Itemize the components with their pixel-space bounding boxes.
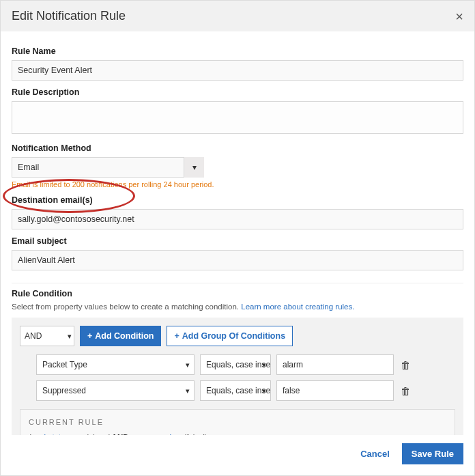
learn-more-link[interactable]: Learn more about creating rules.	[241, 303, 354, 311]
condition-value-input[interactable]	[276, 380, 394, 401]
notification-method-select[interactable]: ▾	[12, 157, 204, 178]
condition-operator-select[interactable]: Equals, case inse ▾	[200, 380, 271, 401]
destination-emails-input[interactable]	[12, 209, 463, 229]
notification-method-value[interactable]	[12, 157, 204, 178]
notification-method-label: Notification Method	[12, 143, 463, 153]
condition-operator-value: Equals, case inse	[206, 386, 270, 395]
email-subject-input[interactable]	[12, 250, 463, 270]
rule-name-label: Rule Name	[12, 46, 463, 56]
condition-operator-value: Equals, case inse	[206, 360, 270, 369]
cancel-button[interactable]: Cancel	[360, 449, 390, 459]
close-icon[interactable]: ×	[455, 10, 463, 23]
condition-field-select[interactable]: Packet Type ▾	[36, 354, 195, 375]
rule-condition-box: ▾ Add Condition Add Group Of Conditions …	[12, 318, 463, 435]
section-divider	[12, 283, 463, 283]
plus-icon	[87, 331, 92, 341]
rule-toolbar: ▾ Add Condition Add Group Of Conditions	[20, 326, 455, 346]
condition-row: Suppressed ▾ Equals, case inse ▾ 🗑	[36, 380, 455, 401]
rule-condition-subtitle: Select from property values below to cre…	[12, 303, 463, 311]
plus-icon	[174, 331, 179, 341]
save-rule-button[interactable]: Save Rule	[402, 443, 463, 464]
rule-condition-subtitle-text: Select from property values below to cre…	[12, 303, 241, 311]
group-operator-value[interactable]	[20, 326, 74, 346]
condition-value-input[interactable]	[276, 354, 394, 375]
group-operator-select[interactable]: ▾	[20, 326, 74, 346]
notification-method-hint: Email is limited to 200 notifications pe…	[12, 180, 463, 188]
edit-notification-rule-modal: Edit Notification Rule × Rule Name Rule …	[0, 0, 475, 476]
trash-icon[interactable]: 🗑	[399, 385, 412, 397]
modal-title: Edit Notification Rule	[12, 9, 126, 23]
add-group-conditions-label: Add Group Of Conditions	[182, 331, 285, 341]
trash-icon[interactable]: 🗑	[399, 359, 412, 371]
condition-field-value: Packet Type	[42, 360, 87, 369]
current-rule-box: CURRENT RULE (packet_type == 'alarm' AND…	[20, 409, 455, 435]
modal-footer: Cancel Save Rule	[1, 435, 474, 475]
add-group-conditions-button[interactable]: Add Group Of Conditions	[167, 326, 293, 346]
condition-operator-select[interactable]: Equals, case inse ▾	[200, 354, 271, 375]
condition-row: Packet Type ▾ Equals, case inse ▾ 🗑	[36, 354, 455, 375]
add-condition-label: Add Condition	[95, 331, 154, 341]
chevron-down-icon: ▾	[186, 355, 190, 374]
current-rule-title: CURRENT RULE	[29, 418, 446, 426]
chevron-down-icon: ▾	[262, 355, 266, 374]
email-subject-label: Email subject	[12, 236, 463, 246]
rule-description-label: Rule Description	[12, 87, 463, 97]
chevron-down-icon: ▾	[262, 381, 266, 400]
modal-header: Edit Notification Rule ×	[1, 1, 474, 31]
rule-description-input[interactable]	[12, 101, 463, 134]
rule-name-input[interactable]	[12, 60, 463, 81]
modal-body: Rule Name Rule Description Notification …	[1, 31, 474, 435]
condition-field-select[interactable]: Suppressed ▾	[36, 380, 195, 401]
rule-condition-title: Rule Condition	[12, 289, 463, 298]
add-condition-button[interactable]: Add Condition	[80, 326, 161, 346]
chevron-down-icon: ▾	[186, 381, 190, 400]
condition-field-value: Suppressed	[42, 386, 86, 395]
destination-emails-label: Destination email(s)	[12, 195, 463, 205]
